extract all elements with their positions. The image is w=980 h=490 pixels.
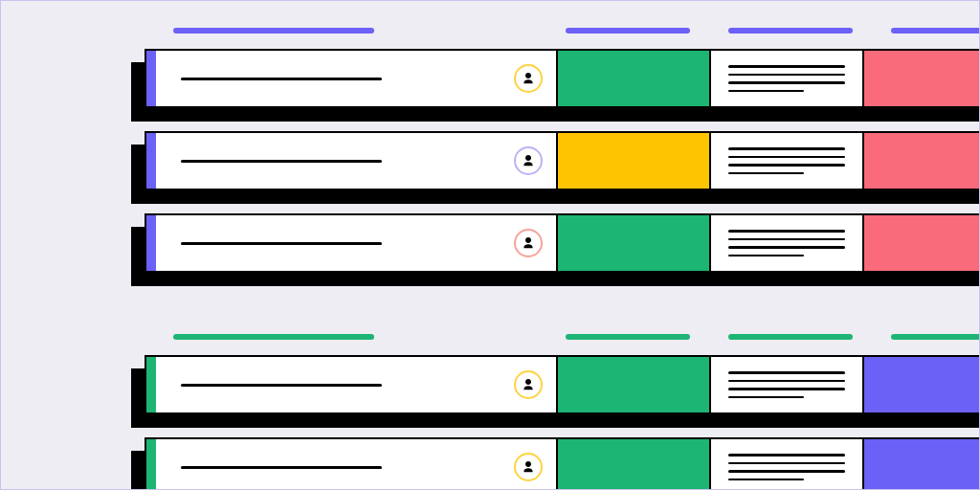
priority-cell[interactable] [864,215,980,271]
text-placeholder-line [728,454,845,457]
row-accent [146,133,156,189]
row-body [145,131,980,190]
table-row[interactable] [145,355,980,414]
text-placeholder-line [728,388,845,390]
title-cell[interactable] [156,357,558,412]
text-placeholder-line [728,470,845,473]
row-accent [146,439,156,490]
title-placeholder-line [181,242,382,245]
title-placeholder-line [181,160,382,163]
text-cell [711,133,864,189]
column-header-bar [891,28,980,33]
row-body [145,437,980,490]
column-header-bar [566,28,690,33]
person-icon [521,235,536,251]
text-placeholder-line [728,479,804,481]
column-header-bar [728,334,853,340]
column-header-bar [891,334,980,340]
priority-cell[interactable] [864,51,980,106]
title-placeholder-line [181,384,382,387]
person-icon [521,377,536,392]
text-placeholder-line [728,396,804,399]
text-placeholder-line [728,172,804,175]
title-placeholder-line [181,466,382,469]
text-cell [711,439,864,490]
text-placeholder-line [728,65,845,68]
title-placeholder-line [181,78,382,80]
text-cell [711,215,864,271]
assignee-avatar[interactable] [514,146,543,175]
status-cell[interactable] [558,357,711,412]
text-placeholder-line [728,238,845,241]
person-icon [521,71,536,86]
priority-cell[interactable] [864,357,980,412]
table-row[interactable] [145,213,980,273]
text-placeholder-line [728,147,845,150]
table-row[interactable] [145,437,980,490]
text-cell [711,357,864,412]
text-placeholder-line [728,230,845,233]
column-header-bar [173,28,374,33]
text-placeholder-line [728,156,845,159]
text-placeholder-line [728,74,845,77]
status-cell[interactable] [558,51,711,106]
row-body [145,49,980,108]
assignee-avatar[interactable] [514,64,543,93]
text-placeholder-line [728,164,845,167]
row-accent [146,357,156,412]
title-cell[interactable] [156,133,558,189]
row-body [145,355,980,414]
row-accent [146,215,156,271]
column-header-bar [728,28,853,33]
title-cell[interactable] [156,51,558,106]
person-icon [521,153,536,168]
text-placeholder-line [728,462,845,465]
person-icon [521,459,536,475]
status-cell[interactable] [558,215,711,271]
text-placeholder-line [728,246,845,249]
row-accent [146,51,156,106]
assignee-avatar[interactable] [514,229,543,257]
title-cell[interactable] [156,215,558,271]
title-cell[interactable] [156,439,558,490]
priority-cell[interactable] [864,133,980,189]
assignee-avatar[interactable] [514,370,543,399]
text-placeholder-line [728,371,845,374]
text-placeholder-line [728,81,845,84]
table-row[interactable] [145,49,980,108]
row-body [145,213,980,273]
column-header-bar [566,334,690,340]
text-placeholder-line [728,255,804,257]
column-header-bar [173,334,374,340]
status-cell[interactable] [558,133,711,189]
status-cell[interactable] [558,439,711,490]
priority-cell[interactable] [864,439,980,490]
text-cell [711,51,864,106]
text-placeholder-line [728,380,845,383]
assignee-avatar[interactable] [514,453,543,481]
text-placeholder-line [728,90,804,93]
table-row[interactable] [145,131,980,190]
